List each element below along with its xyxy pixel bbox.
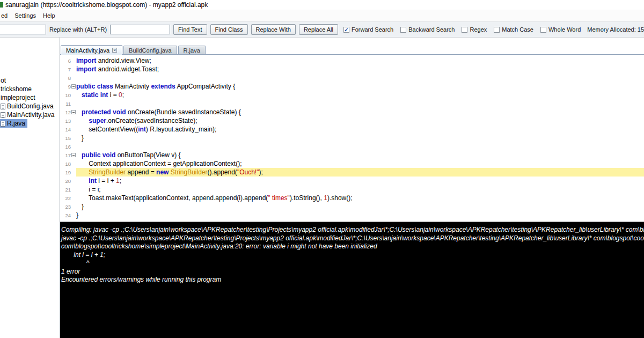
fold-gutter (71, 194, 76, 202)
java-file-icon (1, 104, 5, 109)
checkbox-whole-word[interactable]: Whole Word (540, 26, 581, 33)
console-line: int i = i + 1; (61, 251, 643, 260)
line-number: 6 (60, 56, 71, 65)
code-line-8[interactable]: 8 (60, 74, 644, 82)
replace-all-button[interactable]: Replace All (299, 24, 338, 35)
code-text: static int i = 0; (76, 91, 644, 99)
tab-label: MainActivity.java (66, 47, 109, 54)
fold-collapse-icon[interactable] (71, 151, 76, 159)
code-line-21[interactable]: 21 i = i; (60, 185, 644, 194)
line-number: 7 (60, 65, 71, 74)
tree-folder-item[interactable]: impleproject (0, 93, 60, 102)
tree-folder-item[interactable]: trickshome (0, 85, 60, 93)
checkbox-box-icon[interactable] (400, 27, 406, 33)
tab-close-icon[interactable]: ✕ (112, 48, 117, 53)
line-number: 17 (60, 151, 71, 159)
code-line-16[interactable]: 16 (60, 142, 644, 151)
line-number: 22 (60, 194, 71, 202)
code-text: public void onButtonTap(View v) { (76, 151, 644, 159)
code-line-10[interactable]: 10 static int i = 0; (60, 91, 644, 99)
line-number: 23 (60, 202, 71, 211)
code-line-13[interactable]: 13 super.onCreate(savedInstanceState); (60, 116, 644, 125)
checkbox-forward-search[interactable]: ✓Forward Search (343, 26, 393, 33)
console-line: 1 error (61, 268, 643, 276)
line-number: 11 (60, 99, 71, 108)
replace-with-label: Replace with (ALT+R) (49, 26, 107, 33)
fold-gutter (71, 74, 76, 82)
code-text: Context applicationContext = getApplicat… (76, 159, 644, 168)
memory-allocated-label: Memory Allocated: 1500m (587, 26, 644, 33)
fold-gutter (71, 168, 76, 177)
find-text-button[interactable]: Find Text (173, 24, 207, 35)
fold-collapse-icon[interactable] (71, 82, 76, 91)
replace-with-button[interactable]: Replace With (251, 24, 296, 35)
app-icon (0, 2, 3, 8)
console-line: javac -cp .;C:\Users\anjain\workspace\AP… (61, 234, 643, 243)
code-line-22[interactable]: 22 Toast.makeText(applicationContext, ap… (60, 194, 644, 202)
find-class-button[interactable]: Find Class (210, 24, 248, 35)
window-title: sanuragjain (https://cooltrickshome.blog… (5, 1, 208, 9)
checkbox-label: Match Case (502, 26, 533, 33)
search-options: ✓Forward SearchBackward SearchRegexMatch… (343, 26, 581, 33)
fold-gutter (71, 125, 76, 134)
collapse-box-icon (71, 153, 76, 157)
code-line-18[interactable]: 18 Context applicationContext = getAppli… (60, 159, 644, 168)
checkbox-box-icon[interactable] (540, 27, 546, 33)
line-number: 24 (60, 211, 71, 219)
tree-folder-item[interactable]: ot (0, 76, 60, 85)
console-line: Encountered errors/warnings while runnin… (61, 276, 643, 284)
project-tree[interactable]: ottrickshomeimpleprojectBuildConfig.java… (0, 38, 60, 338)
code-line-15[interactable]: 15 } (60, 134, 644, 142)
tab-mainactivity.java[interactable]: MainActivity.java✕ (61, 45, 122, 55)
checkbox-regex[interactable]: Regex (462, 26, 487, 33)
fold-gutter (71, 134, 76, 142)
tab-buildconfig.java[interactable]: BuildConfig.java (123, 46, 177, 54)
checkbox-box-icon[interactable]: ✓ (343, 27, 349, 33)
checkbox-label: Backward Search (408, 26, 455, 33)
code-line-9[interactable]: 9public class MainActivity extends AppCo… (60, 82, 644, 91)
fold-gutter (71, 177, 76, 185)
menu-bar: ed Settings Help (0, 10, 644, 21)
code-text (76, 74, 644, 82)
code-line-17[interactable]: 17 public void onButtonTap(View v) { (60, 151, 644, 159)
code-line-20[interactable]: 20 int i = i + 1; (60, 177, 644, 185)
code-line-11[interactable]: 11 (60, 99, 644, 108)
code-line-23[interactable]: 23 } (60, 202, 644, 211)
menu-item-edit[interactable]: ed (1, 12, 8, 19)
code-editor[interactable]: 6import android.view.View;7import androi… (60, 55, 644, 222)
code-line-6[interactable]: 6import android.view.View; (60, 56, 644, 65)
console-output[interactable]: Compiling: javac -cp .;C:\Users\anjain\w… (60, 222, 644, 338)
line-number: 20 (60, 177, 71, 185)
checkbox-match-case[interactable]: Match Case (494, 26, 533, 33)
fold-gutter (71, 56, 76, 65)
code-text: import android.widget.Toast; (76, 65, 644, 74)
console-line: com\blogspot\cooltrickshome\simpleprojec… (61, 243, 643, 251)
code-text: int i = i + 1; (76, 177, 644, 185)
code-line-7[interactable]: 7import android.widget.Toast; (60, 65, 644, 74)
checkbox-box-icon[interactable] (462, 27, 467, 33)
code-text (76, 99, 644, 108)
code-text: super.onCreate(savedInstanceState); (76, 116, 644, 125)
code-line-24[interactable]: 24} (60, 211, 644, 219)
code-line-14[interactable]: 14 setContentView((int) R.layout.activit… (60, 125, 644, 134)
replace-input[interactable] (110, 25, 170, 34)
tree-file-mainactivity.java[interactable]: MainActivity.java (0, 111, 56, 119)
editor-pane: MainActivity.java✕BuildConfig.javaR.java… (60, 38, 644, 338)
apk-repatcher-window: sanuragjain (https://cooltrickshome.blog… (0, 0, 644, 338)
line-number: 10 (60, 91, 71, 99)
line-number: 9 (60, 82, 71, 91)
main-area: ottrickshomeimpleprojectBuildConfig.java… (0, 38, 644, 338)
tree-file-label: MainActivity.java (7, 111, 54, 119)
fold-gutter (71, 116, 76, 125)
find-input[interactable] (0, 25, 46, 34)
checkbox-box-icon[interactable] (494, 27, 500, 33)
code-line-12[interactable]: 12 protected void onCreate(Bundle savedI… (60, 108, 644, 116)
fold-collapse-icon[interactable] (71, 108, 76, 116)
tree-file-r.java[interactable]: R.java (0, 119, 27, 128)
menu-item-help[interactable]: Help (43, 12, 55, 19)
tree-file-buildconfig.java[interactable]: BuildConfig.java (0, 102, 56, 111)
tab-r.java[interactable]: R.java (178, 46, 206, 54)
code-line-19[interactable]: 19 StringBuilder append = new StringBuil… (60, 168, 644, 177)
checkbox-backward-search[interactable]: Backward Search (400, 26, 455, 33)
menu-item-settings[interactable]: Settings (14, 12, 36, 19)
